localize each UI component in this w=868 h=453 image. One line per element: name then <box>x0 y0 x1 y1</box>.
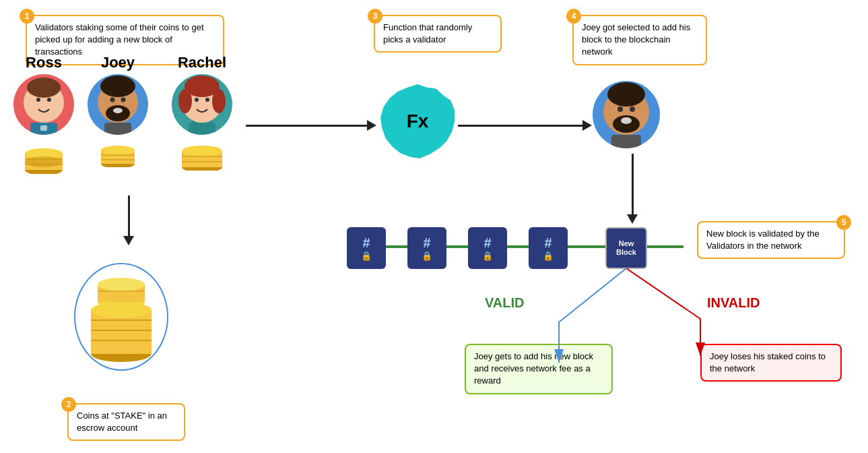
step3-callout: 3 Function that randomly picks a validat… <box>374 15 502 53</box>
person-joey: Joey <box>88 54 148 167</box>
svg-point-29 <box>205 98 209 102</box>
escrow-oval <box>74 263 168 371</box>
step2-badge: 2 <box>61 397 76 412</box>
arrow-line-h1 <box>246 125 367 127</box>
step4-callout: 4 Joey got selected to add his block to … <box>572 15 707 65</box>
step3-text: Function that randomly picks a validator <box>383 22 472 44</box>
fx-symbol: Fx <box>407 111 429 132</box>
arrow-to-escrow <box>123 195 134 245</box>
svg-point-15 <box>110 98 115 102</box>
block-3-hash: # <box>483 235 491 251</box>
joey-selected-avatar-circle <box>593 81 660 148</box>
svg-rect-18 <box>104 123 131 135</box>
block-4: # 🔒 <box>529 227 568 269</box>
block-1-lock: 🔒 <box>361 251 372 261</box>
joey-selected-avatar <box>593 81 660 148</box>
ross-coins <box>20 140 67 174</box>
arrow-head-h2 <box>582 120 592 131</box>
person-ross: Ross <box>13 54 74 174</box>
step1-badge: 1 <box>20 9 34 24</box>
svg-point-16 <box>121 98 126 102</box>
svg-point-17 <box>113 108 123 113</box>
step5-text: New block is validated by the Validators… <box>706 229 820 251</box>
ross-name: Ross <box>26 54 62 71</box>
rachel-avatar <box>172 74 232 135</box>
block-3: # 🔒 <box>468 227 507 269</box>
block-4-hash: # <box>544 235 552 251</box>
fx-box: Fx <box>380 84 455 158</box>
svg-point-13 <box>100 76 135 97</box>
joey-avatar <box>88 74 148 135</box>
svg-point-33 <box>182 146 222 156</box>
person-rachel: Rachel <box>172 54 232 171</box>
rachel-name: Rachel <box>178 54 226 71</box>
svg-point-28 <box>195 98 199 102</box>
block-3-lock: 🔒 <box>482 251 493 261</box>
joey-coins <box>94 140 141 167</box>
rachel-coins <box>175 140 229 171</box>
svg-point-3 <box>47 98 51 102</box>
svg-point-9 <box>25 156 63 167</box>
svg-point-21 <box>101 146 135 155</box>
svg-rect-30 <box>189 123 215 135</box>
block-4-lock: 🔒 <box>543 251 554 261</box>
new-block: NewBlock <box>605 227 647 269</box>
diagram: ◀ 1 Validators staking some of their coi… <box>0 0 868 453</box>
svg-point-2 <box>36 98 40 102</box>
arrow-to-joey-selected <box>458 120 592 131</box>
invalid-branch-svg <box>626 268 774 356</box>
arrow-to-blockchain <box>627 154 638 224</box>
step1-text: Validators staking some of their coins t… <box>35 22 204 57</box>
arrow-to-fx <box>246 120 376 131</box>
block-2-hash: # <box>423 235 430 251</box>
block-2-lock: 🔒 <box>422 251 432 261</box>
block-1: # 🔒 <box>347 227 386 269</box>
step2-text: Coins at "STAKE" in an escrow account <box>77 411 167 433</box>
step4-text: Joey got selected to add his block to th… <box>582 22 690 57</box>
joey-name: Joey <box>101 54 135 71</box>
arrow-head-down1 <box>123 236 134 245</box>
ross-avatar <box>13 74 74 135</box>
svg-point-51 <box>621 117 632 124</box>
arrow-line-v2 <box>632 154 634 214</box>
arrow-line-v1 <box>128 195 130 236</box>
svg-point-1 <box>27 78 61 98</box>
arrow-head-h1 <box>367 120 376 131</box>
svg-rect-5 <box>40 125 47 131</box>
block-2: # 🔒 <box>407 227 446 269</box>
valid-branch-svg <box>471 268 633 363</box>
escrow-coins <box>81 270 162 364</box>
step2-callout: 2 Coins at "STAKE" in an escrow account <box>67 403 185 441</box>
step3-badge: 3 <box>368 9 382 24</box>
svg-point-26 <box>178 89 192 113</box>
block-1-hash: # <box>362 235 370 251</box>
svg-point-47 <box>607 82 645 107</box>
svg-point-27 <box>212 89 226 113</box>
step5-callout: 5 New block is validated by the Validato… <box>697 221 845 259</box>
step5-badge: 5 <box>836 215 851 230</box>
arrow-line-h2 <box>458 125 582 127</box>
step4-badge: 4 <box>566 9 581 24</box>
svg-rect-52 <box>611 135 641 148</box>
svg-point-44 <box>98 278 145 291</box>
svg-point-50 <box>630 107 635 112</box>
arrow-head-down2 <box>627 214 638 224</box>
new-block-label: NewBlock <box>616 239 636 257</box>
svg-point-49 <box>617 107 623 112</box>
